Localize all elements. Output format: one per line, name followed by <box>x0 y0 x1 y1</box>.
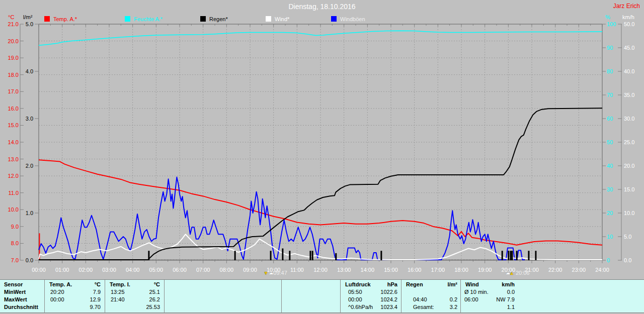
time-label: 08:00 <box>220 267 234 273</box>
table-cell-wind-value: 0.0 <box>465 289 515 295</box>
temp-tick-label: 14.0 <box>8 139 19 145</box>
arrow-up-icon: ▲ <box>509 270 514 276</box>
arrow-down-icon: ▼ <box>263 270 268 276</box>
time-label: 02:00 <box>79 267 93 273</box>
series-feuchte-a- <box>39 31 602 45</box>
temp-tick-label: 21.0 <box>8 21 19 27</box>
table-cell-temp-a-value: 9.70 <box>49 304 101 310</box>
humidity-tick-label: 70 <box>607 92 613 98</box>
weather-app-window: Dienstag, 18.10.2016 Jarz Erich °C l/m² … <box>0 0 644 314</box>
wind-tick-label: 50.0 <box>624 21 634 27</box>
rain-tick-label: 3.0 <box>26 116 33 122</box>
temp-tick-label: 16.0 <box>8 106 19 112</box>
time-label: 00:00 <box>32 267 46 273</box>
wind-tick-label: 20.0 <box>624 163 634 169</box>
time-label: 16:00 <box>408 267 422 273</box>
table-section-unit-luftdruck: hPa <box>345 281 397 287</box>
time-label: 15:00 <box>384 267 398 273</box>
temp-tick-label: 10.0 <box>8 206 19 213</box>
table-separator <box>164 280 165 312</box>
rain-tick-label: 4.0 <box>26 68 33 74</box>
wind-tick-label: 0.0 <box>624 257 631 263</box>
event-marker-2006: ☁▲20:06 <box>506 270 529 276</box>
stats-table: SensorMinWertMaxWertDurchschnittTemp. A.… <box>0 279 644 313</box>
time-label: 17:00 <box>431 267 445 273</box>
temp-tick-label: 19.0 <box>8 55 19 61</box>
table-separator <box>105 280 105 312</box>
humidity-tick-label: 10 <box>607 234 613 240</box>
temp-tick-label: 20.0 <box>8 38 19 44</box>
humidity-tick-label: 20 <box>607 210 613 216</box>
table-section-unit-temp-a: °C <box>49 281 101 287</box>
table-separator <box>401 280 401 312</box>
table-row-header: MaxWert <box>4 296 27 302</box>
temp-tick-label: 15.0 <box>8 122 19 128</box>
humidity-tick-label: 80 <box>607 68 613 74</box>
temp-tick-label: 12.0 <box>8 173 19 179</box>
time-label: 03:00 <box>102 267 116 273</box>
humidity-tick-label: 60 <box>607 116 613 122</box>
table-cell-luftdruck-value: 1023.4 <box>345 304 397 310</box>
table-cell-wind-value: 1.1 <box>465 304 515 310</box>
rain-tick-label: 0.0 <box>26 257 33 263</box>
time-label: 19:00 <box>478 267 492 273</box>
time-label: 22:00 <box>548 267 562 273</box>
table-row-header: Sensor <box>4 281 23 287</box>
time-label: 23:00 <box>572 267 586 273</box>
rain-tick-label: 2.0 <box>26 163 33 169</box>
temp-tick-label: 9.0 <box>11 224 19 230</box>
time-label: 05:00 <box>149 267 164 273</box>
event-marker-time: 20:06 <box>516 270 530 276</box>
time-label: 04:00 <box>126 267 140 273</box>
temp-tick-label: 18.0 <box>8 72 19 78</box>
table-cell-regen-value: 0.2 <box>406 296 457 302</box>
temp-tick-label: 13.0 <box>8 156 19 162</box>
temp-tick-label: 7.0 <box>11 257 19 263</box>
humidity-tick-label: 90 <box>607 45 613 51</box>
wind-tick-label: 35.0 <box>624 92 634 98</box>
table-cell-temp-a-value: 7.9 <box>49 289 101 295</box>
wind-tick-label: 5.0 <box>624 234 631 240</box>
table-separator <box>44 280 45 312</box>
wind-tick-label: 10.0 <box>624 210 634 216</box>
table-separator <box>340 280 341 312</box>
temp-tick-label: 11.0 <box>8 190 19 196</box>
table-cell-luftdruck-value: 1022.6 <box>345 289 397 295</box>
weather-chart: 21.020.019.018.017.016.015.014.013.012.0… <box>0 0 644 279</box>
humidity-tick-label: 0 <box>607 257 610 263</box>
table-cell-luftdruck-value: 1024.2 <box>345 296 397 302</box>
table-cell-wind-value: NW 7.9 <box>465 296 515 302</box>
table-separator <box>460 280 461 312</box>
table-cell-temp-i-value: 25.53 <box>110 304 160 310</box>
time-label: 24:00 <box>595 267 609 273</box>
time-label: 12:00 <box>313 267 328 273</box>
wind-tick-label: 40.0 <box>624 68 634 74</box>
table-cell-temp-i-value: 26.2 <box>110 296 160 302</box>
temp-tick-label: 8.0 <box>11 240 19 246</box>
table-row-header: Durchschnitt <box>4 304 38 310</box>
wind-tick-label: 25.0 <box>624 139 634 145</box>
temp-tick-label: 17.0 <box>8 88 19 94</box>
time-label: 09:00 <box>243 267 257 273</box>
time-label: 07:00 <box>196 267 210 273</box>
humidity-tick-label: 40 <box>607 163 613 169</box>
cloud-icon: ☁ <box>269 270 273 275</box>
wind-tick-label: 30.0 <box>624 116 634 122</box>
humidity-tick-label: 30 <box>607 186 613 192</box>
table-row-header: MinWert <box>4 289 26 295</box>
table-section-unit-wind: km/h <box>465 281 515 287</box>
time-label: 18:00 <box>454 267 468 273</box>
rain-tick-label: 5.0 <box>26 21 33 27</box>
event-marker-time: 09:47 <box>273 270 287 276</box>
table-separator <box>281 280 282 312</box>
time-label: 01:00 <box>55 267 69 273</box>
time-label: 13:00 <box>337 267 351 273</box>
table-cell-temp-i-value: 25.1 <box>110 289 160 295</box>
rain-tick-label: 1.0 <box>26 210 33 216</box>
table-cell-regen-value: 3.2 <box>406 304 457 310</box>
humidity-tick-label: 100 <box>607 21 616 27</box>
table-section-unit-temp-i: °C <box>110 281 160 287</box>
event-marker-0947: ▼☁09:47 <box>263 270 287 276</box>
humidity-tick-label: 50 <box>607 139 613 145</box>
time-label: 14:00 <box>361 267 375 273</box>
